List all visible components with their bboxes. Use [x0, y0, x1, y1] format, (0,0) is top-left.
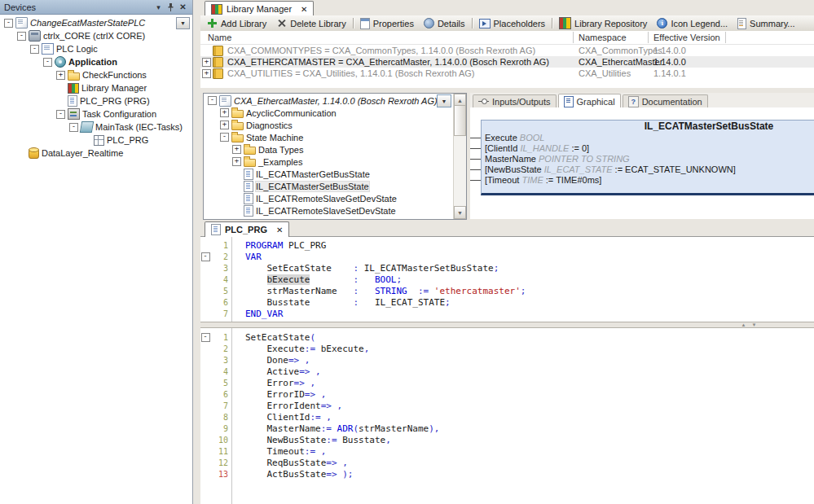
- expander-icon[interactable]: -: [208, 96, 217, 105]
- scroll-down-icon[interactable]: ▼: [454, 206, 466, 219]
- device-node-library-manager[interactable]: Library Manager: [0, 81, 192, 94]
- code-line[interactable]: 5 strMasterName : STRING := 'ethercatmas…: [200, 285, 814, 296]
- column-header-namespace[interactable]: Namespace: [579, 33, 627, 42]
- column-header-effective-version[interactable]: Effective Version: [653, 33, 720, 42]
- scrollbar-thumb[interactable]: [454, 105, 466, 136]
- tab-plc-prg[interactable]: PLC_PRG ✕: [205, 221, 289, 237]
- node-dropdown-icon[interactable]: ▼: [176, 17, 190, 29]
- expander-icon[interactable]: -: [30, 45, 39, 54]
- device-node-maintask-iec-tasks[interactable]: -MainTask (IEC-Tasks): [0, 121, 192, 134]
- splitter-collapse-down-icon[interactable]: ▼: [749, 322, 759, 327]
- expander-icon[interactable]: +: [202, 58, 211, 67]
- tab-close-icon[interactable]: ✕: [301, 5, 307, 14]
- code-line[interactable]: 3 Done=> ,: [200, 354, 814, 366]
- code-line[interactable]: 8 ClientId:= ,: [200, 411, 814, 423]
- vertical-scrollbar[interactable]: ▲ ▼: [453, 94, 466, 219]
- library-row-cxa-utilities[interactable]: +CXA_UTILITIES = CXA_Utilities, 1.14.0.1…: [200, 68, 814, 79]
- device-node-plc-prg-prg[interactable]: PLC_PRG (PRG): [0, 94, 192, 107]
- fold-collapse-icon[interactable]: -: [201, 252, 210, 261]
- device-node-ctrlx-core-ctrlx-core[interactable]: -ctrlx_CORE (ctrlX CORE): [0, 29, 192, 42]
- device-node-datalayer-realtime[interactable]: DataLayer_Realtime: [0, 147, 192, 160]
- library-node-il-ecatmastersetbusstate[interactable]: IL_ECATMasterSetBusState: [204, 180, 453, 192]
- tab-close-icon[interactable]: ✕: [276, 226, 283, 234]
- fold-margin[interactable]: -: [200, 333, 210, 342]
- code-token: ErrorID: [245, 389, 305, 400]
- add-icon: [207, 18, 218, 28]
- library-row-cxa-commontypes[interactable]: CXA_COMMONTYPES = CXA_CommonTypes, 1.14.…: [200, 45, 814, 56]
- code-token: ClientId: [245, 412, 310, 423]
- fold-margin[interactable]: -: [200, 252, 210, 261]
- expander-icon[interactable]: +: [232, 157, 241, 166]
- code-line[interactable]: -1SetEcatState(: [200, 331, 814, 343]
- library-node-examples[interactable]: +_Examples: [204, 156, 453, 168]
- device-node-task-configuration[interactable]: -Task Configuration: [0, 107, 192, 121]
- device-node-plc-logic[interactable]: -PLC Logic: [0, 42, 192, 55]
- expander-icon[interactable]: -: [220, 133, 229, 142]
- implementation-editor[interactable]: -1SetEcatState(2 Execute:= bExecute,3 Do…: [200, 328, 814, 504]
- declaration-editor[interactable]: 1PROGRAM PLC_PRG-2VAR3 SetEcatState : IL…: [200, 237, 814, 324]
- main-area: Library Manager ✕ Add LibraryDelete Libr…: [200, 0, 814, 504]
- library-node-acycliccommunication[interactable]: +AcyclicCommunication: [204, 107, 453, 119]
- library-node-data-types[interactable]: +Data Types: [204, 143, 453, 156]
- toolbar-button-details[interactable]: Details: [419, 16, 470, 30]
- pin-icon[interactable]: [165, 2, 177, 12]
- expander-icon[interactable]: -: [17, 32, 26, 41]
- library-node-il-ecatremoteslavesetdevstate[interactable]: IL_ECATRemoteSlaveSetDevState: [204, 204, 453, 217]
- detail-tab-graphical[interactable]: Graphical: [558, 94, 621, 108]
- code-line[interactable]: 7 ErrorIdent=> ,: [200, 400, 814, 411]
- code-line[interactable]: 12 ReqBusState=> ,: [200, 457, 814, 468]
- code-line[interactable]: 11 Timeout:= ,: [200, 445, 814, 457]
- library-row-cxa-ethercatmaster[interactable]: +CXA_ETHERCATMASTER = CXA_EthercatMaster…: [200, 56, 814, 68]
- code-line[interactable]: 4 bExecute : BOOL;: [200, 274, 814, 285]
- detail-tab-inputs-outputs[interactable]: Inputs/Outputs: [473, 94, 557, 107]
- toolbar-button-properties[interactable]: Properties: [355, 16, 419, 30]
- device-node-plc-prg[interactable]: PLC_PRG: [0, 134, 192, 147]
- library-node-state-machine[interactable]: -State Machine: [204, 131, 453, 143]
- chevron-down-icon[interactable]: ▾: [152, 2, 165, 12]
- device-node-checkfunctions[interactable]: +CheckFunctions: [0, 68, 192, 81]
- code-line[interactable]: 6 Busstate : IL_ECAT_STATE;: [200, 296, 814, 308]
- device-node-application[interactable]: -Application: [0, 55, 192, 68]
- code-line[interactable]: 13 ActBusState=> );: [200, 468, 814, 480]
- library-node-diagnostics[interactable]: +Diagnostics: [204, 119, 453, 131]
- code-line[interactable]: 3 SetEcatState : IL_ECATMasterSetBusStat…: [200, 262, 814, 274]
- code-line[interactable]: 10 NewBusState:= Busstate,: [200, 434, 814, 445]
- toolbar-button-delete-library[interactable]: Delete Library: [271, 16, 350, 30]
- expander-icon[interactable]: +: [232, 145, 241, 154]
- code-token: =>: [288, 355, 299, 366]
- close-icon[interactable]: ✕: [177, 2, 189, 12]
- fold-collapse-icon[interactable]: -: [201, 333, 210, 342]
- library-version-dropdown[interactable]: ▼: [437, 94, 451, 107]
- device-node-changeecatmasterstateplc[interactable]: -ChangeEcatMasterStatePLC▼: [0, 16, 192, 29]
- toolbar-button-add-library[interactable]: Add Library: [202, 16, 271, 30]
- expander-icon[interactable]: +: [220, 121, 229, 129]
- expander-icon[interactable]: -: [4, 19, 13, 28]
- library-node-il-ecatremoteslavegetdevstate[interactable]: IL_ECATRemoteSlaveGetDevState: [204, 192, 453, 204]
- code-line[interactable]: 7END_VAR: [200, 308, 814, 319]
- expander-icon[interactable]: +: [202, 69, 211, 78]
- toolbar-button-icon-legend[interactable]: Icon Legend...: [652, 16, 733, 30]
- expander-icon[interactable]: -: [43, 58, 52, 67]
- code-line[interactable]: 5 Error=> ,: [200, 377, 814, 388]
- expander-icon[interactable]: -: [56, 110, 65, 119]
- tab-library-manager[interactable]: Library Manager ✕: [205, 1, 314, 16]
- code-line[interactable]: 2 Execute:= bExecute,: [200, 343, 814, 354]
- expander-icon[interactable]: +: [220, 108, 229, 117]
- column-header-name[interactable]: Name: [208, 33, 231, 42]
- library-node-cxa-ethercatmaster-1-14-0-0-bosch-rexroth-ag[interactable]: -CXA_EthercatMaster, 1.14.0.0 (Bosch Rex…: [204, 94, 453, 107]
- code-line[interactable]: 9 MasterName:= ADR(strMasterName),: [200, 423, 814, 434]
- toolbar-button-summary[interactable]: Summary...: [733, 16, 799, 30]
- toolbar-button-library-repository[interactable]: Library Repository: [554, 16, 652, 30]
- code-line[interactable]: 1PROGRAM PLC_PRG: [200, 239, 814, 251]
- detail-tab-documentation[interactable]: Documentation: [623, 94, 708, 107]
- expander-icon[interactable]: -: [69, 123, 78, 132]
- code-line[interactable]: -2VAR: [200, 251, 814, 262]
- expander-icon[interactable]: +: [56, 71, 65, 80]
- editor-splitter[interactable]: ▲ ▼: [200, 322, 814, 328]
- code-line[interactable]: 6 ErrorID=> ,: [200, 388, 814, 400]
- code-line[interactable]: 4 Active=> ,: [200, 366, 814, 377]
- toolbar-button-placeholders[interactable]: Placeholders: [474, 16, 551, 30]
- library-node-il-ecatmastergetbusstate[interactable]: IL_ECATMasterGetBusState: [204, 168, 453, 180]
- splitter-collapse-up-icon[interactable]: ▲: [738, 322, 749, 327]
- library-namespace: CXA_EthercatMaster: [579, 57, 662, 67]
